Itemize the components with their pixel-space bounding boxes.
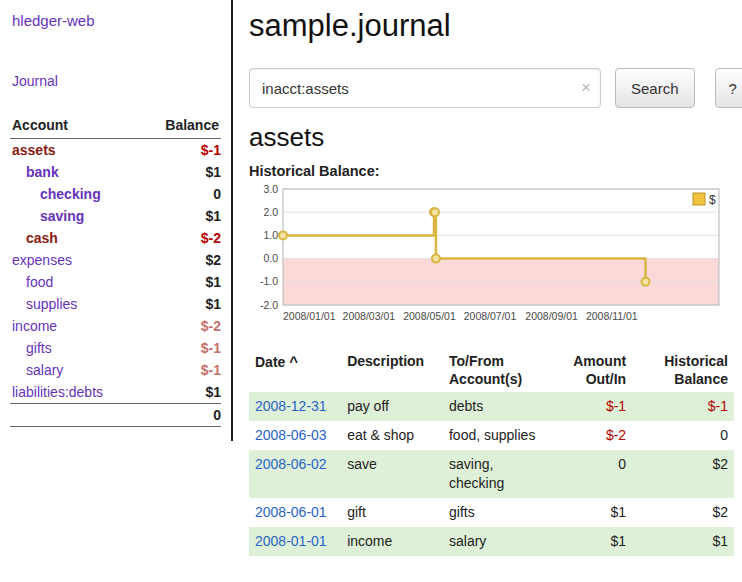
sort-ascending-icon: ^ — [289, 353, 298, 370]
main-content: sample.journal × Search ? assets Histori… — [233, 0, 742, 566]
transaction-date-link[interactable]: 2008-06-02 — [255, 456, 327, 472]
search-button[interactable]: Search — [615, 68, 695, 108]
account-link[interactable]: cash — [26, 230, 58, 246]
accounts-header-balance: Balance — [140, 115, 221, 139]
accounts-total-balance: 0 — [140, 404, 221, 427]
x-axis-label: 2008/03/01 — [343, 310, 396, 322]
accounts-header-row: Account Balance — [10, 115, 221, 139]
transaction-amount: $1 — [550, 498, 632, 527]
transaction-row: 2008-01-01incomesalary$1$1 — [249, 527, 734, 556]
transaction-amount: $-2 — [550, 421, 632, 450]
legend-label: $ — [709, 193, 716, 207]
account-link[interactable]: income — [12, 318, 57, 334]
sidebar-item-journal[interactable]: Journal — [12, 73, 58, 89]
transaction-balance: $2 — [632, 450, 734, 498]
accounts-table: Account Balance assets$-1bank$1checking0… — [10, 115, 221, 427]
transaction-date-link[interactable]: 2008-01-01 — [255, 533, 327, 549]
account-link[interactable]: checking — [40, 186, 101, 202]
register-header-row: Date ^ Description To/From Account(s) Am… — [249, 348, 734, 392]
transaction-balance: $-1 — [632, 392, 734, 421]
transaction-amount: 0 — [550, 450, 632, 498]
register-header-balance: Historical Balance — [632, 348, 734, 392]
transaction-balance: 0 — [632, 421, 734, 450]
account-row: saving$1 — [10, 205, 221, 227]
search-box: × — [249, 68, 601, 108]
transaction-row: 2008-06-02savesaving, checking0$2 — [249, 450, 734, 498]
y-axis-label: -1.0 — [260, 275, 278, 287]
x-axis-label: 2008/11/01 — [586, 310, 638, 322]
account-balance: $1 — [140, 381, 221, 404]
account-balance: $1 — [140, 271, 221, 293]
accounts-total-row: 0 — [10, 404, 221, 427]
accounts-total-spacer — [10, 404, 140, 427]
transaction-date-link[interactable]: 2008-12-31 — [255, 398, 327, 414]
account-link[interactable]: expenses — [12, 252, 72, 268]
account-balance: $-2 — [140, 227, 221, 249]
page-title: sample.journal — [249, 8, 734, 44]
account-row: expenses$2 — [10, 249, 221, 271]
search-input[interactable] — [249, 68, 601, 108]
transaction-date-cell: 2008-01-01 — [249, 527, 341, 556]
transaction-accounts: food, supplies — [443, 421, 550, 450]
app-title-link[interactable]: hledger-web — [12, 12, 95, 29]
chart-title: Historical Balance: — [249, 163, 734, 179]
register-header-amount: Amount Out/In — [550, 348, 632, 392]
register-header-date[interactable]: Date ^ — [249, 348, 341, 392]
account-link[interactable]: gifts — [26, 340, 52, 356]
account-balance: $-2 — [140, 315, 221, 337]
app: hledger-web Journal Account Balance asse… — [0, 0, 742, 566]
transaction-date-cell: 2008-12-31 — [249, 392, 341, 421]
transaction-date-link[interactable]: 2008-06-01 — [255, 504, 327, 520]
data-point-marker — [431, 208, 439, 216]
account-balance: $-1 — [140, 359, 221, 381]
transaction-description: save — [341, 450, 443, 498]
x-axis-label: 2008/01/01 — [283, 310, 336, 322]
help-button[interactable]: ? — [715, 68, 742, 108]
transaction-date-link[interactable]: 2008-06-03 — [255, 427, 327, 443]
account-link[interactable]: saving — [40, 208, 84, 224]
historical-balance-chart: 3.02.01.00.0-1.0-2.02008/01/012008/03/01… — [249, 181, 734, 338]
account-balance: $1 — [140, 161, 221, 183]
transaction-description: gift — [341, 498, 443, 527]
transaction-accounts: gifts — [443, 498, 550, 527]
account-row: food$1 — [10, 271, 221, 293]
account-row: cash$-2 — [10, 227, 221, 249]
account-link[interactable]: liabilities:debts — [12, 384, 103, 400]
transaction-accounts: debts — [443, 392, 550, 421]
chart-canvas: 3.02.01.00.0-1.0-2.02008/01/012008/03/01… — [249, 181, 727, 335]
transaction-amount: $-1 — [550, 392, 632, 421]
account-link[interactable]: supplies — [26, 296, 77, 312]
y-axis-label: 3.0 — [263, 183, 278, 195]
account-row: salary$-1 — [10, 359, 221, 381]
y-axis-label: 0.0 — [263, 252, 278, 264]
account-row: liabilities:debts$1 — [10, 381, 221, 404]
account-row: assets$-1 — [10, 139, 221, 162]
transaction-row: 2008-06-01giftgifts$1$2 — [249, 498, 734, 527]
data-point-marker — [432, 255, 440, 263]
account-heading: assets — [249, 122, 734, 153]
account-link[interactable]: food — [26, 274, 53, 290]
transaction-accounts: saving, checking — [443, 450, 550, 498]
transaction-date-cell: 2008-06-01 — [249, 498, 341, 527]
account-row: gifts$-1 — [10, 337, 221, 359]
account-balance: 0 — [140, 183, 221, 205]
account-row: income$-2 — [10, 315, 221, 337]
transaction-description: pay off — [341, 392, 443, 421]
register-body: 2008-12-31pay offdebts$-1$-12008-06-03ea… — [249, 392, 734, 555]
account-balance: $-1 — [140, 139, 221, 162]
transaction-row: 2008-12-31pay offdebts$-1$-1 — [249, 392, 734, 421]
sidebar-nav: Journal — [10, 73, 221, 89]
account-row: checking0 — [10, 183, 221, 205]
account-row: bank$1 — [10, 161, 221, 183]
register-header-description: Description — [341, 348, 443, 392]
data-point-marker — [642, 278, 650, 286]
transaction-date-cell: 2008-06-03 — [249, 421, 341, 450]
clear-search-icon[interactable]: × — [581, 79, 591, 96]
account-link[interactable]: bank — [26, 164, 59, 180]
data-point-marker — [279, 231, 287, 239]
account-link[interactable]: salary — [26, 362, 63, 378]
register-header-date-label: Date — [255, 354, 285, 370]
accounts-header-account: Account — [10, 115, 140, 139]
account-link[interactable]: assets — [12, 142, 56, 158]
transaction-row: 2008-06-03eat & shopfood, supplies$-20 — [249, 421, 734, 450]
